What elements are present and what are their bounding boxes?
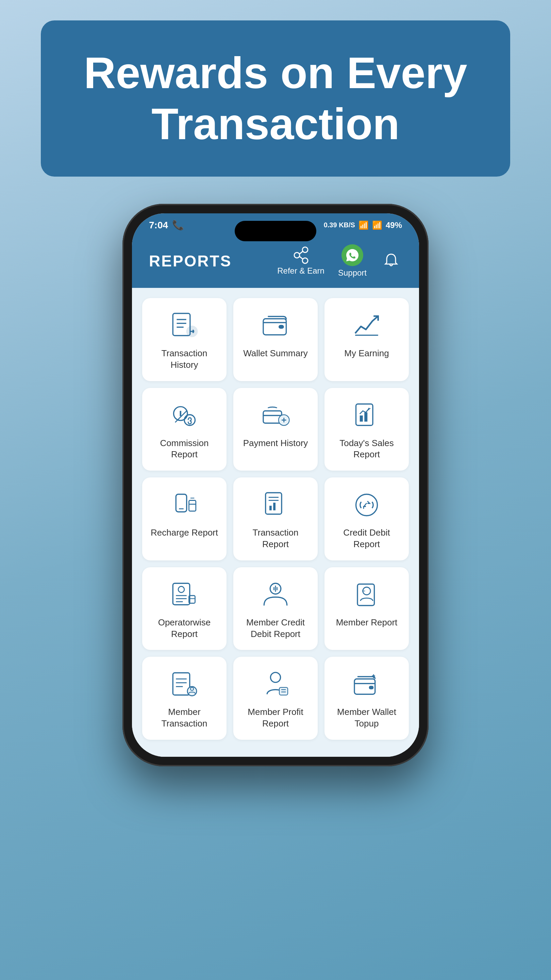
- svg-point-42: [178, 586, 184, 592]
- member-report-label: Member Report: [336, 617, 398, 628]
- recharge-report-label: Recharge Report: [151, 527, 218, 539]
- svg-rect-26: [364, 412, 367, 422]
- svg-rect-31: [189, 501, 196, 511]
- member-profit-icon: [257, 669, 294, 700]
- member-wallet-topup-label: Member Wallet Topup: [331, 706, 402, 730]
- share-icon: [292, 247, 310, 264]
- phone-mockup: 7:04 📞 0.39 KB/S 📶 📶 49% REPORTS: [122, 204, 429, 766]
- member-credit-debit-icon: [257, 579, 294, 610]
- status-right: 0.39 KB/S 📶 📶 49%: [324, 221, 402, 230]
- transaction-history-label: Transaction History: [149, 348, 220, 371]
- commission-report-icon: [166, 400, 203, 431]
- menu-item-todays-sales[interactable]: Today's Sales Report: [324, 388, 409, 471]
- svg-rect-63: [369, 686, 374, 689]
- signal-icon: 📶: [372, 221, 382, 230]
- svg-line-4: [300, 256, 303, 259]
- support-label: Support: [338, 268, 367, 278]
- commission-report-label: Commission Report: [149, 438, 220, 461]
- bell-icon: [380, 250, 402, 272]
- operatorwise-label: Operatorwise Report: [149, 617, 220, 640]
- menu-item-member-wallet-topup[interactable]: Member Wallet Topup: [324, 657, 409, 740]
- status-time: 7:04: [149, 220, 168, 231]
- hero-title: Rewards on Every Transaction: [75, 48, 476, 150]
- svg-rect-25: [360, 415, 363, 422]
- member-transaction-label: Member Transaction: [149, 706, 220, 730]
- svg-rect-14: [279, 325, 284, 329]
- member-transaction-icon: [166, 669, 203, 700]
- svg-rect-36: [273, 503, 275, 511]
- dynamic-island: [235, 221, 316, 241]
- refer-earn-label: Refer & Earn: [277, 266, 324, 275]
- menu-item-my-earning[interactable]: My Earning: [324, 298, 409, 381]
- phone-icon: 📞: [172, 220, 184, 231]
- refer-earn-button[interactable]: Refer & Earn: [277, 247, 324, 275]
- svg-line-3: [300, 251, 303, 254]
- transaction-report-icon: [257, 490, 294, 520]
- menu-item-wallet-summary[interactable]: Wallet Summary: [233, 298, 318, 381]
- menu-item-commission-report[interactable]: Commission Report: [142, 388, 227, 471]
- svg-rect-51: [362, 590, 365, 592]
- svg-point-58: [270, 673, 280, 682]
- support-button[interactable]: Support: [338, 244, 367, 278]
- menu-item-member-transaction[interactable]: Member Transaction: [142, 657, 227, 740]
- operatorwise-icon: [166, 579, 203, 610]
- credit-debit-label: Credit Debit Report: [331, 527, 402, 550]
- credit-debit-icon: [348, 490, 385, 520]
- svg-point-39: [356, 495, 378, 516]
- menu-item-credit-debit[interactable]: Credit Debit Report: [324, 477, 409, 560]
- svg-rect-35: [269, 506, 272, 511]
- todays-sales-label: Today's Sales Report: [331, 438, 402, 461]
- wallet-summary-icon: [257, 310, 294, 341]
- todays-sales-icon: [348, 400, 385, 431]
- phone-screen: 7:04 📞 0.39 KB/S 📶 📶 49% REPORTS: [132, 213, 419, 757]
- whatsapp-icon: [341, 244, 363, 266]
- menu-item-operatorwise[interactable]: Operatorwise Report: [142, 567, 227, 650]
- menu-item-member-credit-debit[interactable]: Member Credit Debit Report: [233, 567, 318, 650]
- status-left: 7:04 📞: [149, 220, 184, 231]
- member-report-icon: [348, 579, 385, 610]
- notification-button[interactable]: [380, 250, 402, 272]
- recharge-report-icon: [166, 490, 203, 520]
- app-title: REPORTS: [149, 252, 232, 270]
- wallet-summary-label: Wallet Summary: [243, 348, 308, 360]
- menu-item-transaction-history[interactable]: Transaction History: [142, 298, 227, 381]
- battery-status: 49%: [386, 221, 402, 230]
- member-credit-debit-label: Member Credit Debit Report: [240, 617, 311, 640]
- menu-grid-area: Transaction History Wallet Summary: [132, 288, 419, 757]
- my-earning-icon: [348, 310, 385, 341]
- transaction-report-label: Transaction Report: [240, 527, 311, 550]
- menu-item-member-profit[interactable]: Member Profit Report: [233, 657, 318, 740]
- svg-point-1: [294, 253, 300, 258]
- menu-item-member-report[interactable]: Member Report: [324, 567, 409, 650]
- member-wallet-topup-icon: [348, 669, 385, 700]
- network-speed: 0.39 KB/S: [324, 221, 355, 229]
- app-header: REPORTS Refer & Earn: [132, 234, 419, 288]
- hero-banner: Rewards on Every Transaction: [41, 21, 510, 177]
- member-profit-label: Member Profit Report: [240, 706, 311, 730]
- menu-item-recharge-report[interactable]: Recharge Report: [142, 477, 227, 560]
- wifi-icon: 📶: [359, 221, 369, 230]
- payment-history-icon: [257, 400, 294, 431]
- payment-history-label: Payment History: [243, 438, 308, 449]
- menu-item-payment-history[interactable]: Payment History: [233, 388, 318, 471]
- header-actions: Refer & Earn Support: [277, 244, 402, 278]
- transaction-history-icon: [166, 310, 203, 341]
- menu-item-transaction-report[interactable]: Transaction Report: [233, 477, 318, 560]
- menu-grid: Transaction History Wallet Summary: [142, 298, 409, 740]
- my-earning-label: My Earning: [344, 348, 389, 360]
- svg-point-56: [187, 687, 197, 696]
- svg-rect-59: [279, 687, 288, 695]
